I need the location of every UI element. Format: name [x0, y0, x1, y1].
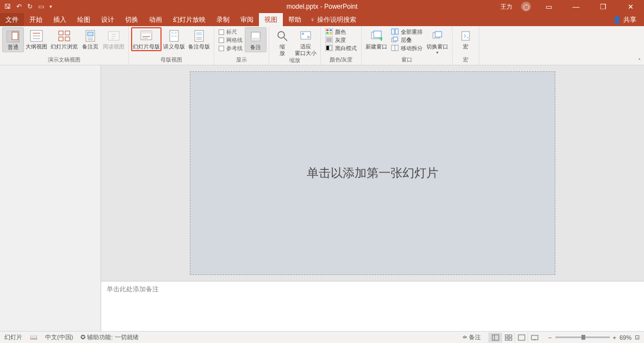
zoom-out-button[interactable]: −: [548, 334, 552, 341]
arrange-all-button[interactable]: 全部重排: [389, 28, 425, 36]
grayscale-button[interactable]: 灰度: [323, 36, 359, 44]
user-avatar-icon[interactable]: ◯: [521, 2, 531, 11]
switch-windows-button[interactable]: 切换窗口 ▾: [425, 27, 450, 56]
collapse-ribbon-button[interactable]: ˄: [638, 58, 641, 64]
tab-record[interactable]: 录制: [211, 13, 235, 26]
handout-master-button[interactable]: 讲义母版: [162, 27, 187, 51]
black-white-button[interactable]: 黑白模式: [323, 45, 359, 52]
svg-rect-48: [395, 29, 398, 34]
svg-rect-60: [505, 338, 508, 340]
zoom-percent[interactable]: 69%: [620, 334, 631, 341]
group-label-window: 窗口: [401, 56, 412, 65]
cascade-button[interactable]: 层叠: [389, 36, 425, 44]
workspace: 单击以添加第一张幻灯片 单击此处添加备注: [0, 65, 644, 331]
notes-pane[interactable]: 单击此处添加备注: [101, 281, 644, 331]
status-accessibility[interactable]: ✪ 辅助功能: 一切就绪: [81, 333, 138, 341]
notes-page-button[interactable]: 备注页: [79, 27, 101, 51]
switch-windows-icon: [430, 28, 445, 44]
tab-animations[interactable]: 动画: [144, 13, 168, 26]
slide-master-button[interactable]: 幻灯片母版: [131, 27, 162, 51]
svg-rect-59: [509, 335, 512, 337]
ribbon: 普通 大纲视图 幻灯片浏览 备注页 阅读视图 演示文稿视图: [0, 26, 644, 65]
tab-home[interactable]: 开始: [24, 13, 48, 26]
normal-view-statusbtn[interactable]: [488, 333, 501, 342]
ruler-checkbox[interactable]: 标尺: [216, 28, 245, 36]
tab-file[interactable]: 文件: [0, 13, 24, 26]
svg-rect-38: [330, 32, 332, 34]
share-label: 共享: [623, 15, 636, 24]
share-button[interactable]: 👤 共享: [613, 13, 644, 26]
status-notes-button[interactable]: ≐ 备注: [462, 333, 481, 341]
svg-rect-7: [59, 31, 63, 35]
reading-view-statusbtn[interactable]: [515, 333, 528, 342]
move-split-icon: [391, 45, 399, 52]
undo-icon[interactable]: ↶: [16, 3, 22, 10]
tab-review[interactable]: 审阅: [235, 13, 259, 26]
notes-master-button[interactable]: 备注母版: [187, 27, 212, 51]
status-thesaurus-icon[interactable]: 📖: [30, 334, 38, 341]
svg-rect-26: [196, 32, 202, 35]
color-button[interactable]: 颜色: [323, 28, 359, 36]
tab-transitions[interactable]: 切换: [120, 13, 144, 26]
user-name[interactable]: 王力: [500, 3, 512, 11]
slide-sorter-button[interactable]: 幻灯片浏览: [49, 27, 79, 51]
svg-rect-36: [330, 29, 332, 31]
tab-draw[interactable]: 绘图: [72, 13, 96, 26]
fit-to-window-button[interactable]: 适应 窗口大小: [293, 27, 318, 58]
tab-view[interactable]: 视图: [259, 13, 283, 26]
tab-design[interactable]: 设计: [96, 13, 120, 26]
zoom-in-button[interactable]: +: [613, 334, 616, 341]
fit-to-window-statusbtn[interactable]: ⊡: [635, 334, 640, 341]
gridlines-checkbox[interactable]: 网格线: [216, 36, 245, 44]
macros-button[interactable]: 宏: [455, 27, 476, 51]
svg-rect-47: [392, 29, 394, 34]
ribbon-tabs: 文件 开始 插入 绘图 设计 切换 动画 幻灯片放映 录制 审阅 视图 帮助 ♀…: [0, 13, 644, 26]
tab-help[interactable]: 帮助: [283, 13, 307, 26]
slideshow-statusbtn[interactable]: [528, 333, 541, 342]
ribbon-display-options-icon[interactable]: ▭: [540, 3, 558, 11]
group-label-zoom: 缩放: [289, 57, 300, 65]
move-split-button[interactable]: 移动拆分: [389, 45, 425, 52]
tell-me-label: 操作说明搜索: [317, 15, 356, 24]
svg-rect-40: [326, 38, 332, 42]
restore-button[interactable]: ❐: [594, 3, 612, 11]
tell-me-search[interactable]: ♀ 操作说明搜索: [310, 13, 356, 26]
guides-checkbox[interactable]: 参考线: [216, 45, 245, 52]
slideshow-start-icon[interactable]: ▭: [38, 3, 44, 10]
svg-rect-62: [518, 335, 525, 340]
redo-icon[interactable]: ↻: [27, 3, 33, 10]
group-label-show: 显示: [236, 56, 247, 65]
svg-rect-43: [329, 46, 332, 50]
close-button[interactable]: ✕: [621, 3, 640, 11]
svg-rect-20: [170, 30, 178, 41]
zoom-button[interactable]: 缩 放: [271, 27, 293, 58]
slide-sorter-icon: [57, 28, 72, 44]
svg-rect-1: [7, 31, 11, 42]
zoom-icon: [275, 28, 290, 44]
qat-dropdown-icon[interactable]: ▾: [49, 4, 52, 9]
status-language[interactable]: 中文(中国): [45, 333, 73, 341]
minimize-button[interactable]: —: [567, 3, 585, 11]
notes-pane-button[interactable]: 备注: [245, 27, 267, 52]
add-first-slide-placeholder[interactable]: 单击以添加第一张幻灯片: [190, 71, 555, 275]
group-show: 标尺 网格线 参考线 备注 显示: [214, 26, 269, 65]
group-master-views: 幻灯片母版 讲义母版 备注母版 母版视图: [129, 26, 214, 65]
new-window-button[interactable]: ✚ 新建窗口: [364, 27, 389, 51]
status-slide-label[interactable]: 幻灯片: [4, 333, 22, 341]
reading-view-button[interactable]: 阅读视图: [101, 27, 126, 51]
slide-thumbnails-pane[interactable]: [0, 65, 101, 331]
sorter-view-statusbtn[interactable]: [501, 333, 515, 342]
svg-rect-23: [171, 35, 174, 37]
outline-view-button[interactable]: 大纲视图: [24, 27, 49, 51]
svg-rect-17: [141, 31, 152, 34]
svg-rect-63: [531, 335, 538, 340]
group-label-color: 颜色/灰度: [330, 56, 353, 65]
save-icon[interactable]: 🖫: [4, 3, 11, 10]
svg-rect-54: [435, 32, 442, 37]
normal-view-button[interactable]: 普通: [2, 27, 24, 52]
tab-slideshow[interactable]: 幻灯片放映: [168, 13, 211, 26]
tab-insert[interactable]: 插入: [48, 13, 72, 26]
svg-rect-50: [393, 37, 398, 41]
svg-rect-8: [65, 31, 70, 35]
zoom-slider[interactable]: [555, 336, 610, 338]
